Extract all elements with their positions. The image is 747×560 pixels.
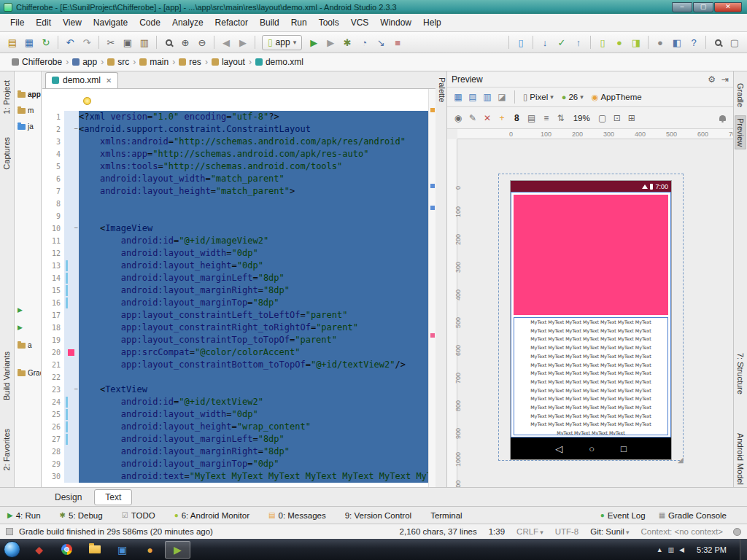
debug-icon[interactable]: ✱: [339, 34, 355, 50]
settings-icon[interactable]: ▢: [727, 34, 743, 50]
device-monitor-icon[interactable]: ◨: [628, 34, 644, 50]
menu-run[interactable]: Run: [285, 15, 313, 31]
search-everywhere-icon[interactable]: [710, 34, 726, 50]
stop-icon[interactable]: ■: [390, 34, 406, 50]
start-button[interactable]: [4, 541, 20, 558]
design-surface-icon[interactable]: ▦: [451, 90, 465, 104]
vcs-update-icon[interactable]: ↓: [537, 34, 553, 50]
android-monitor-toolwindow[interactable]: ●6: Android Monitor: [174, 511, 249, 520]
sdk-manager-icon[interactable]: ●: [611, 34, 627, 50]
menu-window[interactable]: Window: [374, 15, 417, 31]
force-refresh-icon[interactable]: ◪: [495, 90, 509, 104]
tool-stripe-captures[interactable]: Captures: [1, 134, 12, 173]
hide-panel-icon[interactable]: ⇥: [721, 74, 729, 85]
menu-code[interactable]: Code: [133, 15, 166, 31]
breadcrumb-item-app[interactable]: app: [69, 55, 100, 69]
network-icon[interactable]: ▥: [668, 546, 675, 553]
debug-toolwindow[interactable]: ✱5: Debug: [60, 511, 103, 520]
status-widget-1[interactable]: 1:39: [489, 527, 505, 536]
attach-debugger-icon[interactable]: ↘: [373, 34, 389, 50]
status-widget-crlf[interactable]: CRLF▾: [516, 527, 543, 536]
highlighting-level-icon[interactable]: [733, 528, 741, 536]
tool-stripe-gradle[interactable]: Gradle: [735, 80, 746, 110]
menu-navigate[interactable]: Navigate: [88, 15, 133, 31]
zoom-actual-icon[interactable]: ⊡: [610, 111, 624, 125]
palette-tab[interactable]: Palette: [436, 74, 447, 105]
preview-settings-gear-icon[interactable]: ⚙: [708, 74, 716, 85]
tree-item-m[interactable]: m: [18, 106, 34, 114]
constraint-layout-preview[interactable]: MyText MyText MyText MyText MyText MyTex…: [511, 192, 671, 438]
tree-item-run-config[interactable]: ▶: [18, 324, 23, 331]
maximize-button[interactable]: ▢: [693, 2, 713, 12]
project-structure-icon[interactable]: ◧: [669, 34, 685, 50]
tool-stripe-preview[interactable]: Preview: [735, 115, 746, 149]
align-icon[interactable]: ≡: [539, 111, 554, 125]
minimize-button[interactable]: –: [672, 2, 692, 12]
taskbar-clock[interactable]: 5:32 PM: [689, 545, 734, 554]
stripe-mark[interactable]: [430, 206, 435, 210]
stripe-mark[interactable]: [430, 108, 435, 112]
system-tray[interactable]: ▲ ▥ ◀ 5:32 PM: [657, 545, 740, 554]
tool-stripe-2-favorites[interactable]: 2: Favorites: [1, 426, 12, 473]
show-constraints-eye-icon[interactable]: ◉: [451, 111, 465, 125]
taskbar-app-security[interactable]: ◆: [26, 541, 52, 559]
both-surfaces-icon[interactable]: ▥: [480, 90, 495, 104]
todo-toolwindow[interactable]: ☑TODO: [122, 511, 155, 520]
intention-bulb-icon[interactable]: [83, 97, 91, 105]
tray-expand-icon[interactable]: ▲: [657, 546, 663, 553]
breadcrumb-item-src[interactable]: src: [104, 55, 132, 69]
tree-item-run-config[interactable]: ▶: [18, 306, 23, 314]
blueprint-surface-icon[interactable]: ▤: [465, 90, 480, 104]
avd-manager-icon[interactable]: ▯: [595, 34, 611, 50]
taskbar-app-office[interactable]: ▣: [109, 541, 135, 559]
tab-demo-xml[interactable]: demo.xml ✕: [45, 72, 118, 88]
tree-item-app[interactable]: app: [18, 90, 41, 98]
zoom-in-icon[interactable]: ⊕: [177, 34, 193, 50]
taskbar-app-chrome[interactable]: [54, 541, 80, 559]
android-app-icon[interactable]: ▯: [268, 37, 273, 47]
cut-icon[interactable]: ✂: [103, 34, 119, 50]
run-configuration-select[interactable]: ▯app▾: [262, 35, 302, 50]
terminal-toolwindow[interactable]: Terminal: [430, 511, 462, 520]
menu-edit[interactable]: Edit: [30, 15, 57, 31]
menu-build[interactable]: Build: [254, 15, 285, 31]
close-button[interactable]: ✕: [714, 2, 742, 12]
zoom-out-icon[interactable]: ⊖: [194, 34, 210, 50]
color-swatch[interactable]: [68, 349, 74, 356]
breadcrumb-item-demo-xml[interactable]: demo.xml: [252, 55, 306, 69]
tree-item-a[interactable]: a: [18, 341, 32, 349]
tree-item-ja[interactable]: ja: [18, 122, 34, 131]
zoom-fit-icon[interactable]: ▢: [595, 111, 610, 125]
profile-icon[interactable]: ◔: [356, 34, 372, 50]
window-titlebar[interactable]: Chifferobe - [E:\SunilProject\Chifferobe…: [0, 0, 747, 14]
breadcrumb-item-res[interactable]: res: [176, 55, 204, 69]
run-coverage-icon[interactable]: ▶: [322, 34, 338, 50]
fold-icon[interactable]: −: [74, 224, 78, 232]
android-monitor-icon[interactable]: ▯: [513, 34, 529, 50]
taskbar-app-media[interactable]: ●: [137, 541, 163, 559]
status-widget-utf-8[interactable]: UTF-8: [555, 527, 579, 536]
menu-view[interactable]: View: [57, 15, 88, 31]
version-control-toolwindow[interactable]: 9: Version Control: [345, 511, 411, 520]
breadcrumb-item-main[interactable]: main: [136, 55, 171, 69]
preview-canvas[interactable]: 0100200300400500600700 01002003004005006…: [447, 129, 733, 487]
menu-analyze[interactable]: Analyze: [166, 15, 209, 31]
show-desktop-button[interactable]: [740, 539, 747, 560]
messages-toolwindow[interactable]: ▤0: Messages: [268, 511, 326, 520]
menu-help[interactable]: Help: [417, 15, 447, 31]
tool-stripe-build-variants[interactable]: Build Variants: [1, 349, 12, 403]
zoom-level[interactable]: 19%: [570, 114, 593, 122]
tool-stripe-android-model[interactable]: Android Model: [735, 430, 746, 488]
breadcrumb-item-layout[interactable]: layout: [209, 55, 248, 69]
help-icon[interactable]: ?: [686, 34, 702, 50]
find-icon[interactable]: [160, 34, 177, 50]
volume-icon[interactable]: ◀: [679, 546, 684, 553]
vcs-commit-icon[interactable]: ✓: [554, 34, 570, 50]
sync-icon[interactable]: ↻: [38, 34, 54, 50]
resize-handle[interactable]: ◢: [678, 456, 684, 464]
toolwindow-toggle-icon[interactable]: [6, 528, 13, 535]
open-icon[interactable]: ▤: [4, 34, 20, 50]
gradle-console-toolwindow[interactable]: ▦Gradle Console: [659, 511, 727, 520]
back-icon[interactable]: ◀: [218, 34, 234, 50]
vcs-push-icon[interactable]: ↑: [570, 34, 587, 50]
